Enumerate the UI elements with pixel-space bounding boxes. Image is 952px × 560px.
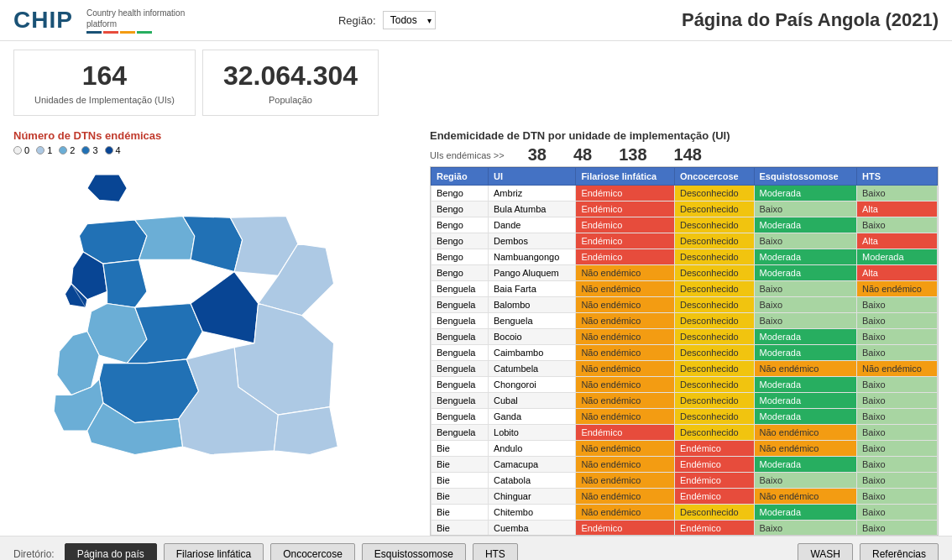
stats-row: 164 Unidades de Implementação (UIs) 32.0… [0, 41, 952, 124]
nav-btn-hts[interactable]: HTS [473, 543, 518, 560]
table-cell-17-1: Camacupa [489, 457, 576, 473]
table-cell-19-0: Bie [432, 489, 489, 505]
svg-marker-18 [275, 407, 338, 455]
col-ui: UI [489, 168, 576, 186]
table-cell-9-5: Baixo [857, 329, 938, 345]
table-cell-5-1: Pango Aluquem [489, 265, 576, 281]
nav-btn-wash[interactable]: WASH [798, 543, 853, 560]
table-cell-0-4: Moderada [754, 186, 856, 201]
col-regiao: Região [432, 168, 489, 186]
table-cell-5-5: Alta [857, 265, 938, 281]
table-row: BieAnduloNão endémicoEndémicoNão endémic… [432, 441, 938, 457]
table-cell-4-2: Endémico [576, 249, 675, 265]
table-cell-3-3: Desconhecido [674, 233, 754, 249]
table-cell-16-3: Endémico [674, 441, 754, 457]
table-cell-11-2: Não endémico [576, 361, 675, 377]
table-body: BengoAmbrizEndémicoDesconhecidoModeradaB… [432, 186, 938, 536]
table-cell-17-3: Endémico [674, 457, 754, 473]
table-row: BieCamacupaNão endémicoEndémicoModeradaB… [432, 457, 938, 473]
table-cell-3-2: Endémico [576, 233, 675, 249]
table-cell-6-2: Não endémico [576, 281, 675, 297]
legend-dot-4 [105, 146, 113, 154]
table-cell-2-0: Bengo [432, 217, 489, 233]
table-cell-13-3: Desconhecido [674, 393, 754, 409]
legend: 0 1 2 3 4 [13, 145, 416, 155]
ui-count-3: 148 [661, 145, 715, 165]
table-cell-11-4: Não endémico [754, 361, 856, 377]
table-row: BieChitemboNão endémicoDesconhecidoModer… [432, 505, 938, 521]
table-row: BengoPango AluquemNão endémicoDesconheci… [432, 265, 938, 281]
nav-btn-esquisto[interactable]: Esquistossomose [362, 543, 466, 560]
table-cell-20-3: Desconhecido [674, 505, 754, 521]
logo-text: Country health information platform [86, 8, 187, 29]
legend-label-4: 4 [116, 145, 121, 155]
table-cell-20-5: Baixo [857, 505, 938, 521]
table-cell-17-4: Moderada [754, 457, 856, 473]
table-cell-1-1: Bula Atumba [489, 201, 576, 217]
table-cell-11-3: Desconhecido [674, 361, 754, 377]
table-cell-0-5: Baixo [857, 186, 938, 201]
table-cell-18-5: Baixo [857, 473, 938, 489]
table-cell-11-0: Benguela [432, 361, 489, 377]
nav-btn-oncocercose[interactable]: Oncocercose [270, 543, 355, 560]
table-cell-14-3: Desconhecido [674, 409, 754, 425]
footer-nav: Diretório: Página do país Filariose linf… [0, 536, 952, 560]
table-cell-0-3: Desconhecido [674, 186, 754, 201]
table-cell-4-3: Desconhecido [674, 249, 754, 265]
logo-bar [86, 31, 187, 34]
table-cell-17-5: Baixo [857, 457, 938, 473]
table-cell-3-0: Bengo [432, 233, 489, 249]
table-row: BenguelaBalomboNão endémicoDesconhecidoB… [432, 297, 938, 313]
table-cell-10-5: Baixo [857, 345, 938, 361]
table-cell-4-5: Moderada [857, 249, 938, 265]
table-cell-2-3: Desconhecido [674, 217, 754, 233]
legend-dot-2 [59, 146, 67, 154]
table-row: BieCuembaEndémicoEndémicoBaixoBaixo [432, 521, 938, 536]
legend-label-2: 2 [70, 145, 75, 155]
table-cell-14-5: Baixo [857, 409, 938, 425]
table-cell-20-1: Chitembo [489, 505, 576, 521]
legend-item-4: 4 [105, 145, 121, 155]
table-row: BengoNambuangongoEndémicoDesconhecidoMod… [432, 249, 938, 265]
uis-label: Unidades de Implementação (UIs) [34, 95, 175, 105]
table-cell-21-1: Cuemba [489, 521, 576, 536]
svg-marker-0 [87, 175, 127, 201]
table-cell-0-2: Endémico [576, 186, 675, 201]
table-cell-8-1: Benguela [489, 313, 576, 329]
table-cell-14-1: Ganda [489, 409, 576, 425]
table-cell-9-4: Moderada [754, 329, 856, 345]
table-cell-20-0: Bie [432, 505, 489, 521]
table-cell-15-2: Endémico [576, 425, 675, 441]
table-cell-13-2: Não endémico [576, 393, 675, 409]
table-cell-4-4: Moderada [754, 249, 856, 265]
pop-label: População [223, 95, 358, 105]
table-cell-6-0: Benguela [432, 281, 489, 297]
table-cell-7-1: Balombo [489, 297, 576, 313]
endemicity-title: Endemicidade de DTN por unidade de imple… [430, 129, 939, 142]
table-cell-9-2: Não endémico [576, 329, 675, 345]
table-cell-21-0: Bie [432, 521, 489, 536]
map-container: .province { stroke: #fff; stroke-width: … [13, 160, 400, 463]
table-cell-1-0: Bengo [432, 201, 489, 217]
ui-endemic-label: UIs endémicas >> [430, 150, 505, 160]
nav-btn-filariose[interactable]: Filariose linfática [164, 543, 264, 560]
data-table-wrap[interactable]: Região UI Filariose linfática Oncocercos… [430, 166, 939, 536]
table-cell-6-1: Baia Farta [489, 281, 576, 297]
ui-count-1: 48 [560, 145, 605, 165]
legend-dot-0 [13, 146, 22, 154]
table-row: BenguelaLobitoEndémicoDesconhecidoNão en… [432, 425, 938, 441]
table-cell-18-3: Endémico [674, 473, 754, 489]
legend-item-0: 0 [13, 145, 29, 155]
table-cell-19-5: Baixo [857, 489, 938, 505]
table-row: BenguelaBenguelaNão endémicoDesconhecido… [432, 313, 938, 329]
nav-btn-referencias[interactable]: Referências [860, 543, 939, 560]
table-row: BenguelaBocoioNão endémicoDesconhecidoMo… [432, 329, 938, 345]
table-cell-15-5: Baixo [857, 425, 938, 441]
table-cell-14-4: Moderada [754, 409, 856, 425]
table-cell-4-0: Bengo [432, 249, 489, 265]
table-cell-6-3: Desconhecido [674, 281, 754, 297]
nav-btn-pais[interactable]: Página do país [65, 543, 157, 560]
page-title: Página do País Angola (2021) [682, 9, 939, 31]
region-dropdown[interactable]: Todos [383, 11, 436, 29]
table-row: BengoDembosEndémicoDesconhecidoBaixoAlta [432, 233, 938, 249]
